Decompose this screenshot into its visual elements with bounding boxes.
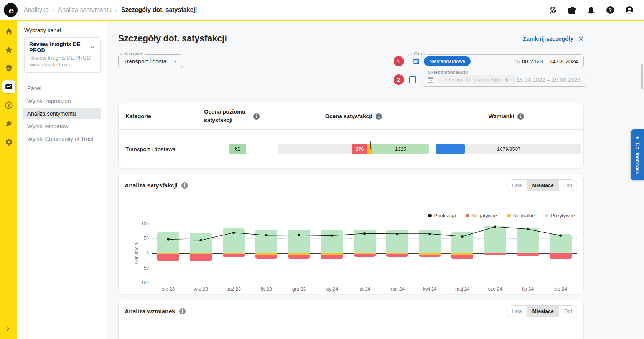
legend-item-negatywne[interactable]: Negatywne: [466, 213, 497, 218]
icon-rail: e: [0, 21, 17, 339]
x-label-lis-23: lis 23: [250, 286, 283, 292]
row-category: Transport i dostawa: [125, 146, 204, 152]
shield-check-icon: [5, 64, 13, 73]
y-tick-label: -50: [142, 265, 149, 271]
account-icon[interactable]: [625, 5, 634, 15]
gift-icon[interactable]: [567, 5, 576, 15]
sidebar-item-wyniki-widget-w[interactable]: Wyniki widgetów: [23, 121, 101, 132]
gridline: [152, 283, 577, 283]
legend-item-neutralne[interactable]: Neutralne: [507, 213, 535, 218]
period-preset-pill[interactable]: Niestandardowe: [424, 56, 471, 66]
info-icon[interactable]: i: [181, 182, 188, 189]
breadcrumb-item-analityka[interactable]: Analityka: [24, 7, 49, 13]
x-label-pa-23: paź 23: [217, 286, 250, 292]
rail-item-home[interactable]: [2, 25, 15, 38]
svg-text:?: ?: [609, 7, 612, 13]
channel-label: Wybrany kanał: [24, 27, 101, 33]
legend-dot: [428, 214, 432, 217]
comparison-range[interactable]: 15.08.2022 – 15.08.2023: [517, 76, 581, 83]
legend-label: Neutralne: [513, 213, 535, 218]
rail-item-etrusted[interactable]: e: [2, 99, 15, 112]
legend-dot: [507, 214, 511, 217]
chevron-right-icon: [4, 325, 12, 332]
comparison-checkbox[interactable]: [409, 76, 416, 83]
rail-item-trust[interactable]: [2, 62, 15, 75]
toggle-option-lata[interactable]: Lata: [507, 306, 527, 317]
breadcrumb-separator: ›: [53, 7, 54, 13]
category-select-value: Transport i dosta...: [124, 58, 172, 64]
home-icon: [5, 27, 13, 36]
rail-item-settings[interactable]: [2, 136, 15, 149]
legend-label: Pozytywne: [551, 213, 575, 218]
close-details-label: Zamknij szczegóły: [523, 35, 573, 42]
x-label-gru-23: gru 23: [283, 286, 315, 292]
main-area: Szczegóły dot. satysfakcji Zamknij szcze…: [107, 21, 644, 339]
toggle-option-miesi-ce[interactable]: Miesiące: [527, 180, 558, 191]
sidebar-nav: PanelWyniki zaproszeńAnaliza sentymentuW…: [23, 83, 101, 145]
top-bar: e Analityka›Analiza sentymentu›Szczegóły…: [0, 0, 644, 21]
comparison-field: Okres porównawczy Ten sam okres w zeszły…: [422, 73, 586, 87]
period-range[interactable]: 15.08.2023 – 14.08.2024: [514, 58, 578, 64]
table-header: Kategorie Ocena poziomu satysfakcji i Oc…: [119, 103, 583, 130]
y-axis-title: Punktacja: [134, 243, 139, 264]
channel-url: www.etrusted.com: [29, 61, 96, 68]
category-select-label: Kategorie: [122, 51, 145, 56]
svg-text:e: e: [7, 103, 10, 108]
toggle-option-dni[interactable]: Dni: [559, 306, 577, 317]
toggle-option-dni[interactable]: Dni: [559, 180, 577, 191]
sidebar-item-wyniki-community-of-trust[interactable]: Wyniki Community of Trust: [23, 133, 101, 145]
mentions-chart-title: Analiza wzmianek: [125, 308, 175, 315]
category-select[interactable]: Kategorie Transport i dosta...: [118, 54, 183, 68]
sentiment-negative-segment: 276: [352, 144, 367, 154]
channel-name: Review Insights DE PROD: [29, 41, 89, 53]
legend-label: Punktacja: [434, 213, 456, 218]
rail-item-reviews[interactable]: [2, 43, 15, 56]
x-axis-labels: sie 23wrz 23paź 23lis 23gru 23sty 24lut …: [152, 286, 577, 292]
legend-item-punktacja[interactable]: Punktacja: [428, 213, 456, 218]
x-label-sie-23: sie 23: [152, 286, 184, 292]
bell-icon[interactable]: [586, 5, 596, 15]
score-badge: 62: [229, 144, 245, 154]
scrollbar-thumb[interactable]: [641, 64, 643, 89]
sidebar-item-wyniki-zaprosze[interactable]: Wyniki zaproszeń: [23, 95, 101, 107]
etrusted-logo[interactable]: e: [4, 3, 18, 17]
fingerprint-icon[interactable]: [548, 5, 557, 15]
star-icon: ★: [636, 136, 640, 140]
x-label-cze-24: cze 24: [479, 286, 511, 292]
legend-item-pozytywne[interactable]: Pozytywne: [545, 213, 575, 218]
breadcrumb: Analityka›Analiza sentymentu›Szczegóły d…: [24, 7, 197, 13]
close-details-button[interactable]: Zamknij szczegóły: [523, 35, 584, 42]
comparison-preset-pill[interactable]: Ten sam okres w zeszłym roku: [438, 75, 517, 84]
rail-item-integrations[interactable]: [2, 117, 15, 130]
info-icon[interactable]: i: [179, 308, 186, 314]
header-mentions: Wzmianki: [489, 113, 514, 119]
mentions-analysis-card: Analiza wzmianek i LataMiesiąceDni: [118, 300, 584, 339]
feedback-tab[interactable]: ★ Daj feedback: [631, 129, 644, 180]
rail-item-analytics[interactable]: [2, 80, 15, 93]
y-tick-label: 50: [144, 236, 149, 241]
toggle-option-lata[interactable]: Lata: [507, 180, 527, 191]
legend-dot: [545, 214, 548, 217]
mentions-granularity-toggle: LataMiesiąceDni: [506, 305, 577, 317]
sentiment-score-marker: [370, 141, 371, 149]
breadcrumb-item-analiza-sentymentu[interactable]: Analiza sentymentu: [58, 7, 112, 13]
x-label-sie-24: sie 24: [544, 286, 577, 292]
satisfaction-chart-title: Analiza satysfakcji: [125, 182, 178, 189]
chart-legend: PunktacjaNegatywneNeutralnePozytywne: [119, 213, 583, 218]
sentiment-bar: 276 1325: [278, 144, 429, 154]
info-icon[interactable]: i: [253, 113, 260, 120]
caret-down-icon: [172, 58, 179, 65]
info-icon[interactable]: i: [376, 113, 382, 120]
help-icon[interactable]: ?: [606, 5, 615, 15]
legend-dot: [466, 214, 469, 217]
etrusted-e-icon: e: [5, 101, 13, 109]
toggle-option-miesi-ce[interactable]: Miesiące: [527, 306, 558, 317]
satisfaction-plot: Punktacja 100500-50-100: [152, 224, 577, 283]
y-tick-label: 0: [146, 251, 149, 256]
rail-expand-button[interactable]: [0, 323, 17, 334]
channel-selector[interactable]: Review Insights DE PROD Review Insights …: [24, 37, 101, 73]
sidebar-item-panel[interactable]: Panel: [23, 83, 101, 94]
info-icon[interactable]: i: [517, 113, 524, 120]
sidebar-item-analiza-sentymentu[interactable]: Analiza sentymentu: [23, 108, 101, 119]
x-label-wrz-23: wrz 23: [184, 286, 217, 292]
